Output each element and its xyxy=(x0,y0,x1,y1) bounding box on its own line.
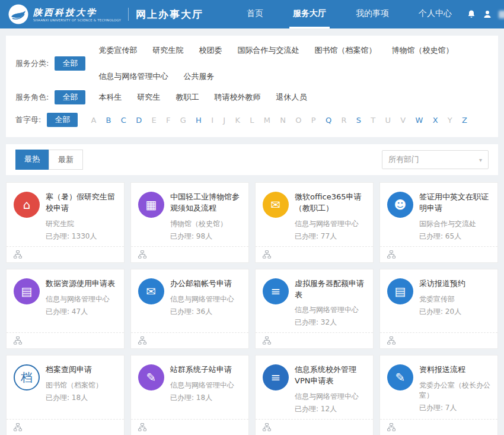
flow-icon[interactable] xyxy=(138,336,146,345)
service-title[interactable]: 办公邮箱帐号申请 xyxy=(170,278,241,290)
filter-option[interactable]: 博物馆（校史馆） xyxy=(391,45,453,56)
service-department: 党委办公室（校长办公室） xyxy=(419,380,490,401)
user-name-redacted[interactable] xyxy=(499,11,504,18)
flow-icon[interactable] xyxy=(263,336,271,345)
initial-letter[interactable]: K xyxy=(235,116,240,125)
filter-option[interactable]: 研究生 xyxy=(137,92,160,103)
sort-tab[interactable]: 最新 xyxy=(49,150,83,170)
service-department: 博物馆（校史馆） xyxy=(170,219,241,229)
service-department: 国际合作与交流处 xyxy=(419,219,490,229)
service-card[interactable]: ≡信息系统校外管理VPN申请表信息与网络管理中心已办理: 12人 xyxy=(255,355,374,435)
initial-letter[interactable]: U xyxy=(385,116,391,125)
initial-letter[interactable]: O xyxy=(295,116,301,125)
service-title[interactable]: 寒（暑）假研究生留校申请 xyxy=(46,192,117,214)
initial-letter[interactable]: V xyxy=(400,116,406,125)
service-card[interactable]: 档档案查阅申请图书馆（档案馆）已办理: 18人 xyxy=(6,355,125,435)
filter-all-button[interactable]: 全部 xyxy=(47,113,78,127)
initial-letter[interactable]: Z xyxy=(462,116,467,125)
nav-item-link[interactable]: 个人中心 xyxy=(415,0,455,28)
initial-letter[interactable]: R xyxy=(341,116,346,125)
filter-row: 服务分类:全部党委宣传部研究生院校团委国际合作与交流处图书馆（档案馆）博物馆（校… xyxy=(15,45,489,82)
initial-letter[interactable]: A xyxy=(91,116,96,125)
flow-icon[interactable] xyxy=(387,250,395,259)
toolbar-panel: 最热最新 所有部门 ▾ xyxy=(6,144,498,175)
initial-letter[interactable]: C xyxy=(121,116,126,125)
flow-icon[interactable] xyxy=(14,423,22,431)
initial-letter[interactable]: S xyxy=(356,116,361,125)
flow-icon[interactable] xyxy=(263,423,271,431)
initial-letter[interactable]: Y xyxy=(448,116,452,125)
filter-all-button[interactable]: 全部 xyxy=(55,90,85,104)
flow-icon[interactable] xyxy=(14,336,22,345)
service-title[interactable]: 数据资源使用申请表 xyxy=(46,278,117,290)
filter-option[interactable]: 党委宣传部 xyxy=(98,45,137,56)
initial-letter[interactable]: T xyxy=(371,116,375,125)
initial-letter[interactable]: X xyxy=(433,116,438,125)
service-title[interactable]: 虚拟服务器配额申请表 xyxy=(295,278,366,301)
service-card[interactable]: ☻签证用中英文在职证明申请国际合作与交流处已办理: 65人 xyxy=(379,182,498,263)
flow-icon[interactable] xyxy=(263,250,271,259)
main-nav: 首页服务大厅我的事项个人中心 xyxy=(232,0,467,28)
service-card[interactable]: ✉办公邮箱帐号申请信息与网络管理中心已办理: 36人 xyxy=(130,269,249,350)
filter-option[interactable]: 国际合作与交流处 xyxy=(237,45,299,56)
filter-option[interactable]: 图书馆（档案馆） xyxy=(314,45,376,56)
service-card[interactable]: ⌂寒（暑）假研究生留校申请研究生院已办理: 1330人 xyxy=(6,182,125,263)
service-title[interactable]: 站群系统子站申请 xyxy=(170,364,241,376)
filter-option[interactable]: 研究生院 xyxy=(152,45,183,56)
service-card[interactable]: ✎站群系统子站申请信息与网络管理中心已办理: 18人 xyxy=(130,355,249,435)
filter-option[interactable]: 公共服务 xyxy=(183,71,214,82)
initial-letter[interactable]: F xyxy=(166,116,170,125)
filter-option[interactable]: 信息与网络管理中心 xyxy=(98,71,168,82)
database-icon: ▤ xyxy=(14,278,40,304)
flow-icon[interactable] xyxy=(138,423,146,431)
filter-option[interactable]: 退休人员 xyxy=(276,92,307,103)
flow-icon[interactable] xyxy=(387,336,395,345)
filter-option[interactable]: 教职工 xyxy=(176,92,199,103)
service-title[interactable]: 信息系统校外管理VPN申请表 xyxy=(295,364,366,387)
user-icon[interactable] xyxy=(483,9,492,19)
nav-item-current[interactable]: 服务大厅 xyxy=(289,0,330,28)
flow-icon[interactable] xyxy=(14,250,22,259)
initial-letter[interactable]: W xyxy=(415,116,423,125)
service-card[interactable]: ✉微软office365申请（教职工）信息与网络管理中心已办理: 77人 xyxy=(255,182,374,263)
service-title[interactable]: 微软office365申请（教职工） xyxy=(295,192,366,214)
flow-icon[interactable] xyxy=(138,250,146,259)
initial-letter[interactable]: N xyxy=(280,116,286,125)
initial-letter[interactable]: P xyxy=(311,116,316,125)
service-card[interactable]: ▦中国轻工业博物馆参观须知及流程博物馆（校史馆）已办理: 98人 xyxy=(130,182,249,263)
initial-letter[interactable]: J xyxy=(223,116,225,125)
service-title[interactable]: 中国轻工业博物馆参观须知及流程 xyxy=(170,192,241,214)
service-title[interactable]: 档案查阅申请 xyxy=(46,364,117,376)
filter-option[interactable]: 校团委 xyxy=(199,45,222,56)
filter-option[interactable]: 聘请校外教师 xyxy=(214,92,260,103)
initial-letter[interactable]: G xyxy=(180,116,186,125)
sort-tab[interactable]: 最热 xyxy=(15,150,49,170)
filter-label: 首字母: xyxy=(15,115,41,125)
initial-letter[interactable]: D xyxy=(136,116,142,125)
initial-letter[interactable]: L xyxy=(250,116,254,125)
filter-all-button[interactable]: 全部 xyxy=(55,56,85,71)
card-footer xyxy=(7,332,124,348)
card-footer xyxy=(7,419,124,435)
department-select[interactable]: 所有部门 ▾ xyxy=(382,150,489,169)
initial-letter[interactable]: I xyxy=(211,116,213,125)
card-footer xyxy=(380,419,497,435)
flow-icon[interactable] xyxy=(387,423,395,431)
service-card[interactable]: ✎资料报送流程党委办公室（校长办公室）已办理: 7人 xyxy=(379,355,498,435)
initial-letter[interactable]: H xyxy=(196,116,202,125)
initial-letter[interactable]: E xyxy=(151,116,156,125)
nav-item-link[interactable]: 首页 xyxy=(243,0,267,28)
service-card[interactable]: ≡虚拟服务器配额申请表信息与网络管理中心已办理: 32人 xyxy=(255,269,374,350)
initial-letter[interactable]: M xyxy=(264,116,270,125)
service-card[interactable]: ▤数据资源使用申请表信息与网络管理中心已办理: 47人 xyxy=(6,269,125,350)
bell-icon[interactable] xyxy=(467,9,476,19)
nav-item-link[interactable]: 我的事项 xyxy=(352,0,393,28)
initial-letter[interactable]: Q xyxy=(326,116,331,125)
card-footer xyxy=(7,246,124,262)
initial-letter[interactable]: B xyxy=(106,116,111,125)
service-title[interactable]: 签证用中英文在职证明申请 xyxy=(419,192,490,214)
filter-option[interactable]: 本科生 xyxy=(98,92,122,103)
service-title[interactable]: 资料报送流程 xyxy=(419,364,490,376)
service-title[interactable]: 采访报道预约 xyxy=(419,278,490,290)
service-card[interactable]: ▤采访报道预约党委宣传部已办理: 20人 xyxy=(379,269,498,350)
